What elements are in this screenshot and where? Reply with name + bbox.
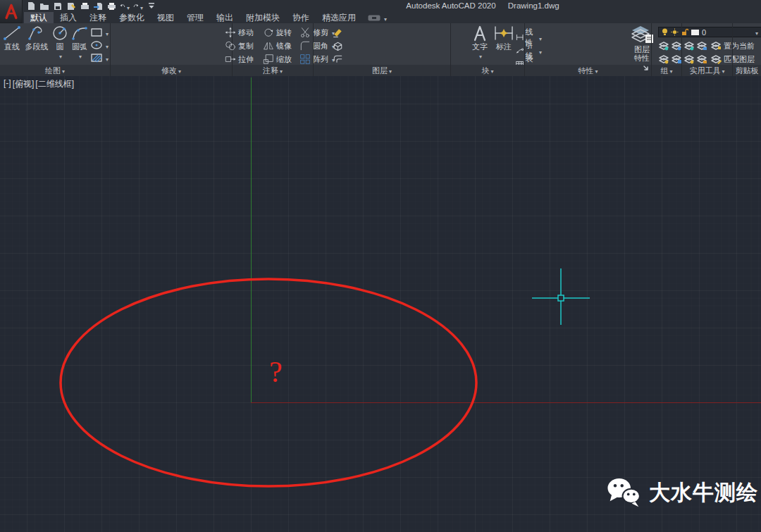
modify-panel-caret (178, 65, 181, 76)
properties-dialog-launcher[interactable] (643, 63, 649, 74)
hatch-caret[interactable] (106, 51, 109, 64)
tab-parametric[interactable]: 参数化 (113, 12, 151, 23)
customize-icon (148, 2, 155, 10)
annotate-label-text: 注释 (263, 66, 278, 75)
watermark: 大水牛测绘 (606, 476, 758, 509)
polyline-icon (27, 25, 47, 42)
circle-icon (51, 25, 69, 42)
autocad-window: Autodesk AutoCAD 2020 Drawing1.dwg (0, 0, 761, 532)
viewport-minimize-control[interactable]: [-] (3, 78, 12, 90)
ribbon: 直线 多段线 圆 圆弧 (0, 23, 761, 76)
panel-block: 插入 创建 编辑 编辑属性 块 (451, 23, 525, 76)
line-icon (2, 25, 22, 42)
open-button[interactable] (39, 1, 49, 11)
drawing-overlay (0, 76, 761, 532)
quick-access-toolbar (26, 1, 156, 11)
panel-label-modify[interactable]: 修改 (111, 65, 232, 76)
ellipse-icon (90, 40, 103, 50)
rectangle-caret[interactable] (106, 26, 109, 39)
tab-options-button[interactable] (368, 12, 387, 23)
tab-home[interactable]: 默认 (24, 12, 54, 23)
tab-featured-apps[interactable]: 精选应用 (316, 12, 362, 23)
panel-label-block[interactable]: 块 (451, 65, 524, 76)
polyline-label: 多段线 (25, 42, 49, 51)
clipboard-label-text: 剪贴板 (736, 66, 759, 75)
undo-button[interactable] (120, 1, 130, 11)
plot-icon (80, 2, 89, 11)
redo-button[interactable] (133, 1, 143, 11)
save-icon (54, 2, 62, 11)
save-as-icon (67, 2, 76, 11)
ellipse-tool[interactable] (90, 39, 109, 51)
polyline-tool[interactable]: 多段线 (23, 25, 50, 51)
customize-toolbar-button[interactable] (147, 1, 156, 11)
panel-label-annotate[interactable]: 注释 (233, 65, 313, 76)
tab-view[interactable]: 视图 (151, 12, 180, 23)
question-mark-text[interactable]: ? (269, 355, 283, 389)
panel-label-draw[interactable]: 绘图 (0, 65, 110, 76)
layers-panel-caret (389, 65, 392, 76)
tab-collaborate[interactable]: 协作 (286, 12, 316, 23)
properties-panel-caret (595, 65, 598, 76)
export-icon (94, 2, 103, 11)
drawing-canvas[interactable]: [-] [俯视] [二维线框] ? (0, 76, 761, 532)
tab-options-caret (384, 11, 387, 24)
tab-output[interactable]: 输出 (210, 12, 240, 23)
arc-tool[interactable]: 圆弧 (69, 25, 90, 60)
arc-dropdown-caret[interactable] (79, 51, 82, 60)
wechat-icon (606, 476, 643, 509)
hatch-icon (90, 53, 103, 63)
application-menu-button[interactable] (0, 0, 23, 23)
layers-label-text: 图层 (372, 66, 388, 75)
panel-label-group[interactable]: 组 (652, 65, 681, 76)
panel-draw: 直线 多段线 圆 圆弧 (0, 23, 111, 76)
new-file-button[interactable] (26, 1, 36, 11)
ribbon-tab-bar: 默认 插入 注释 参数化 视图 管理 输出 附加模块 协作 精选应用 (0, 12, 761, 23)
tab-manage[interactable]: 管理 (180, 12, 210, 23)
annotate-panel-caret (280, 65, 283, 76)
tab-insert[interactable]: 插入 (54, 12, 83, 23)
panel-annotate: 文字 标注 线性 引线 表格 注释 (233, 23, 314, 76)
autocad-logo-icon (3, 3, 20, 20)
group-panel-caret (669, 65, 672, 76)
app-title: Autodesk AutoCAD 2020 (406, 1, 495, 10)
undo-icon (120, 2, 125, 11)
utilities-panel-caret (722, 65, 724, 76)
drawn-ellipse[interactable] (61, 279, 476, 486)
watermark-text: 大水牛测绘 (649, 478, 758, 507)
line-label: 直线 (4, 42, 20, 51)
ellipse-caret[interactable] (106, 39, 109, 51)
viewport-visual-style-control[interactable]: [二维线框] (35, 78, 75, 90)
redo-dropdown-caret[interactable] (140, 0, 143, 13)
rectangle-tool[interactable] (90, 26, 109, 39)
plot-button[interactable] (80, 1, 89, 11)
tab-annotate[interactable]: 注释 (83, 12, 113, 23)
arc-label: 圆弧 (72, 42, 87, 51)
panel-layers: 图层特性 0 置为当 (314, 23, 451, 76)
save-button[interactable] (53, 1, 63, 11)
crosshair-cursor (532, 268, 590, 325)
export-button[interactable] (93, 1, 103, 11)
circle-tool[interactable]: 圆 (51, 25, 69, 60)
panel-label-properties[interactable]: 特性 (525, 65, 651, 76)
circle-label: 圆 (56, 42, 64, 51)
line-tool[interactable]: 直线 (1, 25, 23, 51)
title-bar: Autodesk AutoCAD 2020 Drawing1.dwg (0, 0, 761, 12)
draw-panel-caret (62, 65, 65, 76)
panel-group: 组 组 (652, 23, 682, 76)
panel-label-clipboard[interactable]: 剪贴板 (733, 65, 761, 76)
print-icon (107, 2, 116, 11)
undo-dropdown-caret[interactable] (127, 0, 130, 13)
panel-label-utilities[interactable]: 实用工具 (682, 65, 732, 76)
group-panel-label-text: 组 (660, 66, 668, 75)
circle-dropdown-caret[interactable] (59, 51, 62, 60)
save-as-button[interactable] (66, 1, 76, 11)
viewport-view-control[interactable]: [俯视] (12, 78, 35, 90)
tab-addins[interactable]: 附加模块 (240, 12, 286, 23)
panel-label-layers[interactable]: 图层 (314, 65, 450, 76)
open-folder-icon (39, 2, 49, 11)
hatch-tool[interactable] (90, 51, 109, 64)
new-file-icon (27, 1, 35, 11)
viewport-controls: [-] [俯视] [二维线框] (3, 78, 75, 90)
print-button[interactable] (106, 1, 116, 11)
